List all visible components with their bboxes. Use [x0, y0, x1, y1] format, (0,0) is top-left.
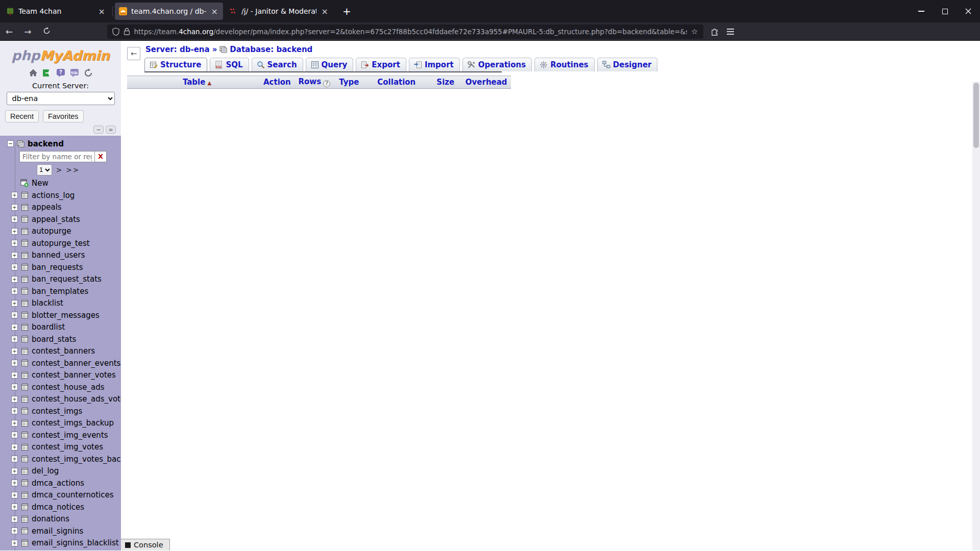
expand-icon[interactable]: +	[11, 276, 18, 283]
close-window-button[interactable]	[957, 0, 980, 22]
sidebar-table-autopurge_test[interactable]: + autopurge_test	[0, 237, 121, 249]
size-column-header[interactable]: Size	[429, 76, 462, 89]
scrollbar-thumb[interactable]	[973, 83, 979, 148]
menu-icon[interactable]	[727, 29, 734, 35]
breadcrumb-server[interactable]: Server: db-ena	[145, 45, 210, 54]
lock-icon[interactable]	[124, 28, 130, 35]
expand-icon[interactable]: +	[11, 216, 18, 222]
phpmyadmin-logo[interactable]: phpMyAdmin	[0, 41, 121, 66]
forward-button[interactable]: →	[18, 27, 37, 37]
tree-filter-input[interactable]	[19, 151, 95, 162]
tree-page-select[interactable]: 1	[37, 164, 52, 176]
tab-operations[interactable]: Operations	[462, 58, 532, 71]
expand-icon[interactable]: +	[11, 204, 18, 211]
page-scrollbar[interactable]	[972, 82, 980, 550]
tab-designer[interactable]: Designer	[597, 58, 658, 71]
sidebar-table-contest_house_ads[interactable]: + contest_house_ads	[0, 381, 121, 393]
sidebar-table-contest_img_votes[interactable]: + contest_img_votes	[0, 441, 121, 454]
collation-column-header[interactable]: Collation	[364, 76, 429, 89]
url-bar[interactable]: https://team.4chan.org/developer/pma/ind…	[107, 24, 703, 39]
close-icon[interactable]: ×	[321, 7, 329, 16]
sidebar-table-actions_log[interactable]: + actions_log	[0, 189, 121, 202]
close-icon[interactable]: ×	[210, 7, 219, 16]
tab-import[interactable]: Import	[409, 58, 460, 71]
collapse-all-button[interactable]: −	[93, 126, 104, 134]
sidebar-table-board_stats[interactable]: + board_stats	[0, 333, 121, 345]
expand-icon[interactable]: +	[11, 516, 18, 522]
expand-icon[interactable]: +	[11, 492, 18, 498]
tree-new-table[interactable]: New	[0, 178, 121, 190]
tree-page-next[interactable]: >	[56, 166, 63, 174]
recent-button[interactable]: Recent	[5, 110, 39, 122]
expand-icon[interactable]: +	[11, 444, 18, 450]
unlink-panel-button[interactable]: ∞	[106, 126, 116, 134]
sidebar-table-contest_house_ads_votes[interactable]: + contest_house_ads_votes	[0, 393, 121, 406]
sidebar-table-contest_imgs_backup[interactable]: + contest_imgs_backup	[0, 417, 121, 430]
tab-sql[interactable]: SQL SQL	[210, 58, 249, 71]
sidebar-table-contest_img_votes_backup[interactable]: + contest_img_votes_backup	[0, 453, 121, 465]
home-icon[interactable]	[29, 68, 38, 78]
expand-icon[interactable]: +	[11, 504, 18, 510]
shield-icon[interactable]	[112, 28, 119, 36]
sidebar-table-del_log[interactable]: + del_log	[0, 465, 121, 478]
extensions-icon[interactable]	[710, 28, 719, 36]
sidebar-table-contest_img_events[interactable]: + contest_img_events	[0, 429, 121, 441]
sidebar-table-email_signins_blacklist[interactable]: + email_signins_blacklist	[0, 537, 121, 549]
clear-filter-button[interactable]: X	[95, 151, 107, 162]
sidebar-table-appeal_stats[interactable]: + appeal_stats	[0, 213, 121, 226]
rows-column-header[interactable]: Rows?	[295, 76, 334, 89]
tab-query[interactable]: Query	[306, 58, 354, 71]
expand-icon[interactable]: +	[11, 420, 18, 427]
breadcrumb-database[interactable]: Database: backend	[230, 45, 312, 54]
sidebar-table-dmca_actions[interactable]: + dmca_actions	[0, 477, 121, 489]
bookmark-star-icon[interactable]: ☆	[691, 27, 698, 36]
expand-icon[interactable]: +	[11, 396, 18, 403]
sidebar-table-contest_banner_events[interactable]: + contest_banner_events	[0, 357, 121, 369]
sidebar-table-email_signins[interactable]: + email_signins	[0, 525, 121, 537]
back-button[interactable]: ←	[0, 27, 18, 37]
expand-icon[interactable]: +	[11, 324, 18, 331]
expand-icon[interactable]: +	[11, 252, 18, 259]
help-icon[interactable]: ?	[56, 68, 65, 78]
expand-icon[interactable]: +	[11, 312, 18, 318]
logout-icon[interactable]	[42, 68, 52, 78]
expand-icon[interactable]: +	[11, 468, 18, 474]
expand-icon[interactable]: +	[11, 288, 18, 294]
console-toggle[interactable]: Console	[121, 539, 170, 550]
close-icon[interactable]: ×	[97, 7, 106, 16]
sidebar-table-blacklist[interactable]: + blacklist	[0, 297, 121, 310]
sidebar-table-blotter_messages[interactable]: + blotter_messages	[0, 309, 121, 321]
expand-icon[interactable]: +	[11, 240, 18, 246]
hide-panel-button[interactable]: ←	[127, 47, 140, 60]
collapse-icon[interactable]: −	[7, 140, 14, 147]
tab-search[interactable]: Search	[252, 58, 303, 71]
refresh-icon[interactable]	[84, 68, 93, 78]
sidebar-table-donations[interactable]: + donations	[0, 513, 121, 525]
sidebar-table-contest_banner_votes[interactable]: + contest_banner_votes	[0, 369, 121, 382]
expand-icon[interactable]: +	[11, 348, 18, 355]
expand-icon[interactable]: +	[11, 432, 18, 438]
server-select[interactable]: db-ena	[7, 92, 115, 105]
tree-database-backend[interactable]: − backend	[0, 138, 121, 150]
tab-export[interactable]: Export	[356, 58, 406, 71]
minimize-button[interactable]	[910, 0, 933, 22]
sidebar-table-ban_requests[interactable]: + ban_requests	[0, 261, 121, 273]
sidebar-table-appeals[interactable]: + appeals	[0, 202, 121, 214]
expand-icon[interactable]: +	[11, 456, 18, 462]
expand-icon[interactable]: +	[11, 264, 18, 270]
expand-icon[interactable]: +	[11, 480, 18, 486]
tab-structure[interactable]: Structure	[144, 58, 207, 71]
select-all-header[interactable]	[127, 76, 134, 89]
expand-icon[interactable]: +	[11, 384, 18, 390]
expand-icon[interactable]: +	[11, 360, 18, 366]
sidebar-table-dmca_counternotices[interactable]: + dmca_counternotices	[0, 489, 121, 502]
sidebar-table-contest_banners[interactable]: + contest_banners	[0, 345, 121, 358]
tree-page-last[interactable]: >>	[66, 166, 80, 174]
reload-button[interactable]	[37, 27, 56, 37]
expand-icon[interactable]: +	[11, 528, 18, 534]
sidebar-table-ban_request_stats[interactable]: + ban_request_stats	[0, 273, 121, 286]
sql-window-icon[interactable]: SQL	[70, 68, 79, 78]
expand-icon[interactable]: +	[11, 228, 18, 235]
expand-icon[interactable]: +	[11, 336, 18, 342]
browser-tab-phpmyadmin[interactable]: team.4chan.org / db-ena / back ×	[115, 3, 223, 20]
